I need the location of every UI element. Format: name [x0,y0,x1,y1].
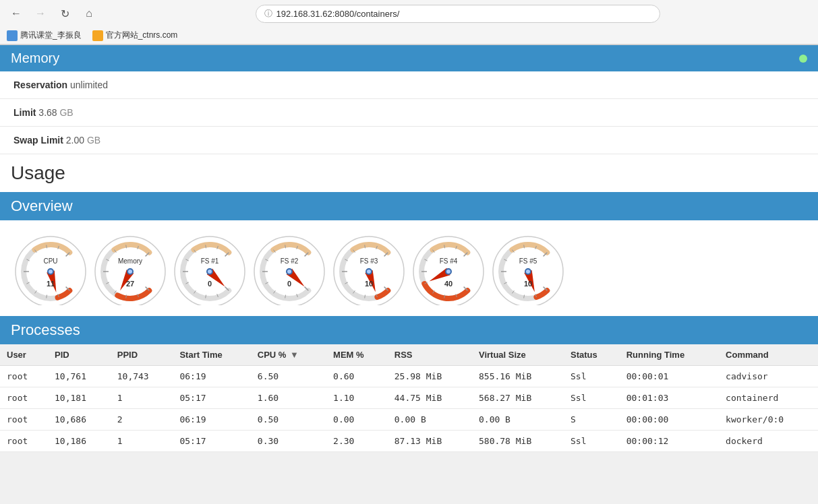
cell-status: S [564,409,620,431]
browser-chrome: ← → ↻ ⌂ ⓘ 192.168.31.62:8080/containers/… [0,0,818,45]
svg-text:11: 11 [47,280,55,288]
cell-virtual-size: 0.00 B [472,409,564,431]
cell-pid: 10,686 [48,409,111,431]
gauge-fs-4: FS #4 40 [411,231,486,305]
col-start-time: Start Time [173,344,250,366]
processes-header: Processes [0,316,818,344]
cell-start-time: 06:19 [173,409,250,431]
table-row[interactable]: root10,186105:170.302.3087.13 MiB580.78 … [0,431,818,452]
svg-point-116 [526,270,530,274]
svg-text:FS #4: FS #4 [440,257,458,265]
table-row[interactable]: root10,76110,74306:196.500.6025.98 MiB85… [0,366,818,387]
cell-rss: 0.00 B [388,409,472,431]
limit-row: Limit 3.68 GB [0,99,818,127]
cell-pid: 10,761 [48,366,111,387]
memory-status-dot [799,55,807,63]
cell-cpu--: 1.60 [251,387,326,409]
cell-cpu--: 0.30 [251,431,326,452]
svg-text:Memory: Memory [118,257,142,265]
cell-running-time: 00:00:00 [620,409,719,431]
cell-running-time: 00:00:01 [620,366,719,387]
gauge-svg-1: Memory 27 [93,231,167,305]
cell-user: root [0,431,48,452]
cell-command: cadvisor [719,366,818,387]
processes-table: UserPIDPPIDStart TimeCPU % ▼MEM %RSSVirt… [0,344,818,452]
gauge-memory: Memory 27 [93,231,167,305]
gauge-fs-3: FS #3 10 [332,231,406,305]
cell-rss: 44.75 MiB [388,387,472,409]
svg-point-82 [367,270,371,274]
svg-text:CPU: CPU [43,257,57,265]
bookmark-icon-1 [7,30,18,41]
home-button[interactable]: ⌂ [80,4,98,23]
cell-rss: 25.98 MiB [388,366,472,387]
overview-header: Overview [0,192,818,220]
cell-command: containerd [719,387,818,409]
gauge-svg-3: FS #2 0 [252,231,326,305]
gauge-svg-0: CPU 11 [13,231,88,305]
bookmark-icon-2 [92,30,103,41]
svg-text:0: 0 [287,280,291,288]
bookmark-tencent[interactable]: 腾讯课堂_李振良 [7,30,82,41]
col-cpu--[interactable]: CPU % ▼ [251,344,326,366]
cell-cpu--: 6.50 [251,366,326,387]
cell-ppid: 1 [111,387,173,409]
cell-ppid: 2 [111,409,173,431]
cell-start-time: 06:19 [173,366,250,387]
gauge-fs-5: FS #5 10 [491,231,565,305]
reservation-value: unlimited [70,80,108,90]
cell-command: dockerd [719,431,818,452]
col-virtual-size: Virtual Size [472,344,564,366]
cell-virtual-size: 568.27 MiB [472,387,564,409]
gauge-fs-1: FS #1 0 [173,231,247,305]
cell-ppid: 10,743 [111,366,173,387]
gauge-fs-2: FS #2 0 [252,231,326,305]
svg-point-48 [208,270,212,274]
gauge-svg-6: FS #5 10 [491,231,565,305]
cell-user: root [0,409,48,431]
cell-rss: 87.13 MiB [388,431,472,452]
bookmarks-bar: 腾讯课堂_李振良 官方网站_ctnrs.com [0,27,818,44]
svg-text:FS #2: FS #2 [281,257,299,265]
address-bar[interactable]: ⓘ 192.168.31.62:8080/containers/ [256,5,660,23]
table-row[interactable]: root10,686206:190.500.000.00 B0.00 BS00:… [0,409,818,431]
gauge-cpu: CPU 11 [13,231,88,305]
reload-button[interactable]: ↻ [55,4,74,23]
cell-user: root [0,387,48,409]
col-pid: PID [48,344,111,366]
svg-point-65 [287,270,291,274]
swap-limit-value: 2.00 GB [66,135,100,146]
processes-header-row: UserPIDPPIDStart TimeCPU % ▼MEM %RSSVirt… [0,344,818,366]
svg-text:FS #5: FS #5 [519,257,537,265]
back-button[interactable]: ← [7,4,26,23]
swap-limit-label: Swap Limit [13,135,63,146]
bookmark-ctnrs[interactable]: 官方网站_ctnrs.com [92,30,178,41]
cell-running-time: 00:01:03 [620,387,719,409]
usage-title: Usage [0,154,818,192]
cell-ppid: 1 [111,431,173,452]
forward-button[interactable]: → [31,4,50,23]
svg-text:FS #3: FS #3 [360,257,378,265]
svg-point-99 [446,270,450,274]
gauge-svg-2: FS #1 0 [173,231,247,305]
gauges-container: CPU 11 Memory 27 [0,220,818,316]
limit-label: Limit [13,107,36,118]
sort-arrow: ▼ [290,350,299,360]
bookmark-label-2: 官方网站_ctnrs.com [106,30,178,41]
table-row[interactable]: root10,181105:171.601.1044.75 MiB568.27 … [0,387,818,409]
col-user: User [0,344,48,366]
memory-title: Memory [11,51,59,66]
cell-mem--: 0.60 [326,366,388,387]
gauge-svg-4: FS #3 10 [332,231,406,305]
url-text: 192.168.31.62:8080/containers/ [276,9,400,19]
cell-cpu--: 0.50 [251,409,326,431]
memory-section-header: Memory [0,45,818,71]
limit-value: 3.68 GB [38,107,73,118]
svg-point-31 [128,270,132,274]
cell-mem--: 0.00 [326,409,388,431]
cell-virtual-size: 580.78 MiB [472,431,564,452]
reservation-label: Reservation [13,80,67,90]
browser-toolbar: ← → ↻ ⌂ ⓘ 192.168.31.62:8080/containers/ [0,0,818,27]
svg-point-14 [49,270,53,274]
cell-user: root [0,366,48,387]
